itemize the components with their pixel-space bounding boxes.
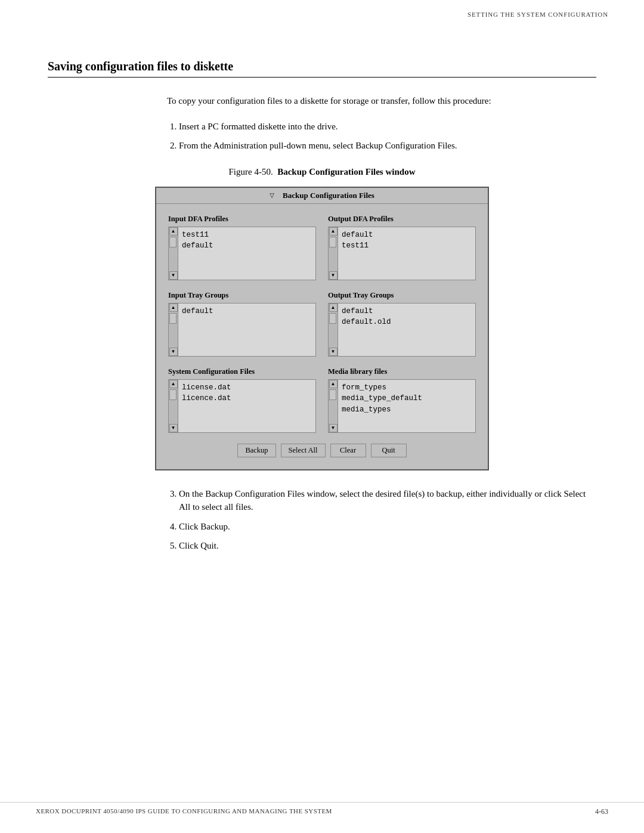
panel-output-dfa: Output DFA Profiles ▲ ▼ default xyxy=(328,215,476,280)
list-item[interactable]: test11 xyxy=(182,230,312,241)
media-library-scrollbar: ▲ ▼ xyxy=(329,380,338,432)
figure-number: 4-50. xyxy=(254,167,273,176)
panel-output-tray: Output Tray Groups ▲ ▼ default xyxy=(328,291,476,357)
system-config-label: System Configuration Files xyxy=(168,367,316,376)
dialog-title: Backup Configuration Files xyxy=(283,191,374,200)
input-tray-scroll-track xyxy=(169,312,178,348)
figure-caption-text: Backup Configuration Files window xyxy=(277,167,415,176)
output-tray-scroll-up[interactable]: ▲ xyxy=(329,304,338,312)
media-library-content: form_types media_type_default media_type… xyxy=(338,380,475,432)
quit-button[interactable]: Quit xyxy=(371,444,407,457)
input-dfa-content: test11 default xyxy=(178,227,315,280)
media-library-scroll-track xyxy=(329,388,338,424)
list-item[interactable]: default xyxy=(182,306,312,317)
dialog-titlebar: ▽ Backup Configuration Files xyxy=(156,188,488,204)
input-tray-content: default xyxy=(178,304,315,356)
input-tray-scroll-thumb xyxy=(169,313,177,324)
media-library-listbox[interactable]: ▲ ▼ form_types media_type_default media_… xyxy=(328,379,476,433)
input-tray-scrollbar: ▲ ▼ xyxy=(169,304,178,356)
steps-after-list: On the Backup Configuration Files window… xyxy=(179,487,596,553)
system-config-scroll-track xyxy=(169,388,178,424)
step-1: Insert a PC formatted diskette into the … xyxy=(179,120,596,134)
system-config-listbox[interactable]: ▲ ▼ license.dat licence.dat xyxy=(168,379,316,433)
list-item[interactable]: media_type_default xyxy=(342,393,472,404)
output-tray-label: Output Tray Groups xyxy=(328,291,476,300)
backup-button[interactable]: Backup xyxy=(237,444,275,457)
step-4: Click Backup. xyxy=(179,520,596,534)
system-config-content: license.dat licence.dat xyxy=(178,380,315,432)
output-dfa-scroll-thumb xyxy=(329,237,336,247)
output-tray-scroll-down[interactable]: ▼ xyxy=(329,348,338,356)
list-item[interactable]: default xyxy=(342,306,472,317)
page-header: Setting the System Configuration xyxy=(467,11,608,18)
backup-config-dialog: ▽ Backup Configuration Files Input DFA P… xyxy=(155,187,489,470)
steps-before-list: Insert a PC formatted diskette into the … xyxy=(179,120,596,153)
dialog-buttons-row: Backup Select All Clear Quit xyxy=(168,444,476,461)
output-tray-listbox[interactable]: ▲ ▼ default default.old xyxy=(328,303,476,357)
media-library-scroll-thumb xyxy=(329,389,336,400)
step-3: On the Backup Configuration Files window… xyxy=(179,487,596,514)
titlebar-icon: ▽ xyxy=(270,192,274,199)
system-config-scroll-up[interactable]: ▲ xyxy=(169,380,178,388)
page-footer: Xerox DocuPrint 4050/4090 IPS Guide to C… xyxy=(0,802,644,816)
output-dfa-label: Output DFA Profiles xyxy=(328,215,476,224)
output-tray-content: default default.old xyxy=(338,304,475,356)
output-tray-scroll-thumb xyxy=(329,313,336,324)
intro-paragraph: To copy your configuration files to a di… xyxy=(167,94,596,108)
output-tray-scrollbar: ▲ ▼ xyxy=(329,304,338,356)
section-title: Saving configuration files to diskette xyxy=(48,60,596,78)
panels-row-1: Input DFA Profiles ▲ ▼ test11 xyxy=(168,215,476,280)
list-item[interactable]: default xyxy=(342,230,472,241)
list-item[interactable]: license.dat xyxy=(182,382,312,394)
step-2: From the Administration pull-down menu, … xyxy=(179,139,596,153)
input-tray-scroll-up[interactable]: ▲ xyxy=(169,304,178,312)
list-item[interactable]: licence.dat xyxy=(182,393,312,404)
list-item[interactable]: form_types xyxy=(342,382,472,394)
panel-system-config: System Configuration Files ▲ ▼ license.d… xyxy=(168,367,316,433)
input-tray-listbox[interactable]: ▲ ▼ default xyxy=(168,303,316,357)
dialog-body: Input DFA Profiles ▲ ▼ test11 xyxy=(156,204,488,469)
input-dfa-listbox[interactable]: ▲ ▼ test11 default xyxy=(168,227,316,280)
system-config-scroll-thumb xyxy=(169,389,177,400)
panel-input-dfa: Input DFA Profiles ▲ ▼ test11 xyxy=(168,215,316,280)
media-library-scroll-down[interactable]: ▼ xyxy=(329,424,338,432)
dialog-wrapper: ▽ Backup Configuration Files Input DFA P… xyxy=(48,187,596,470)
list-item[interactable]: default xyxy=(182,240,312,252)
output-dfa-scrollbar: ▲ ▼ xyxy=(329,227,338,280)
input-tray-label: Input Tray Groups xyxy=(168,291,316,300)
output-dfa-content: default test11 xyxy=(338,227,475,280)
select-all-button[interactable]: Select All xyxy=(281,444,326,457)
panel-input-tray: Input Tray Groups ▲ ▼ default xyxy=(168,291,316,357)
list-item[interactable]: default.old xyxy=(342,317,472,328)
input-dfa-scrollbar: ▲ ▼ xyxy=(169,227,178,280)
figure-caption: Figure 4-50. Backup Configuration Files … xyxy=(48,167,596,177)
system-config-scrollbar: ▲ ▼ xyxy=(169,380,178,432)
main-content: Saving configuration files to diskette T… xyxy=(0,24,644,599)
panels-row-2: Input Tray Groups ▲ ▼ default xyxy=(168,291,476,357)
clear-button[interactable]: Clear xyxy=(330,444,366,457)
system-config-scroll-down[interactable]: ▼ xyxy=(169,424,178,432)
step-5: Click Quit. xyxy=(179,539,596,553)
output-dfa-scroll-track xyxy=(329,236,338,271)
panels-row-3: System Configuration Files ▲ ▼ license.d… xyxy=(168,367,476,433)
list-item[interactable]: media_types xyxy=(342,404,472,416)
output-tray-scroll-track xyxy=(329,312,338,348)
input-dfa-scroll-track xyxy=(169,236,178,271)
output-dfa-scroll-up[interactable]: ▲ xyxy=(329,227,338,236)
output-dfa-listbox[interactable]: ▲ ▼ default test11 xyxy=(328,227,476,280)
input-tray-scroll-down[interactable]: ▼ xyxy=(169,348,178,356)
input-dfa-scroll-up[interactable]: ▲ xyxy=(169,227,178,236)
list-item[interactable]: test11 xyxy=(342,240,472,252)
panel-media-library: Media library files ▲ ▼ form_types xyxy=(328,367,476,433)
output-dfa-scroll-down[interactable]: ▼ xyxy=(329,271,338,280)
input-dfa-label: Input DFA Profiles xyxy=(168,215,316,224)
input-dfa-scroll-down[interactable]: ▼ xyxy=(169,271,178,280)
footer-left-text: Xerox DocuPrint 4050/4090 IPS Guide to C… xyxy=(36,807,332,816)
media-library-scroll-up[interactable]: ▲ xyxy=(329,380,338,388)
media-library-label: Media library files xyxy=(328,367,476,376)
footer-page-number: 4-63 xyxy=(595,807,608,816)
input-dfa-scroll-thumb xyxy=(169,237,177,247)
